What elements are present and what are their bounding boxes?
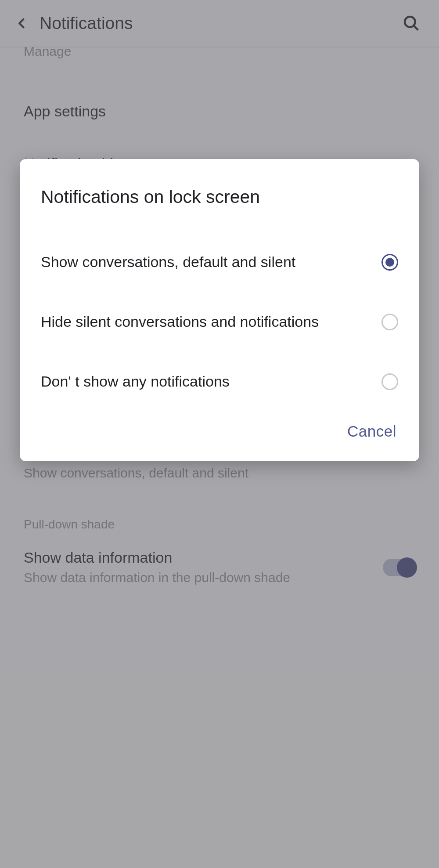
dialog-title: Notifications on lock screen: [41, 185, 398, 208]
lock-screen-dialog: Notifications on lock screen Show conver…: [20, 159, 419, 461]
radio-label-hide-silent: Hide silent conversations and notificati…: [41, 312, 381, 332]
radio-button-selected[interactable]: [381, 254, 398, 271]
radio-option-show-all[interactable]: Show conversations, default and silent: [41, 239, 398, 286]
radio-label-none: Don' t show any notifications: [41, 372, 381, 392]
radio-option-hide-silent[interactable]: Hide silent conversations and notificati…: [41, 299, 398, 345]
dialog-actions: Cancel: [41, 418, 398, 445]
radio-button-unselected[interactable]: [381, 373, 398, 390]
cancel-button[interactable]: Cancel: [345, 418, 398, 445]
radio-option-none[interactable]: Don' t show any notifications: [41, 358, 398, 405]
radio-button-unselected[interactable]: [381, 314, 398, 330]
radio-label-show-all: Show conversations, default and silent: [41, 252, 381, 272]
